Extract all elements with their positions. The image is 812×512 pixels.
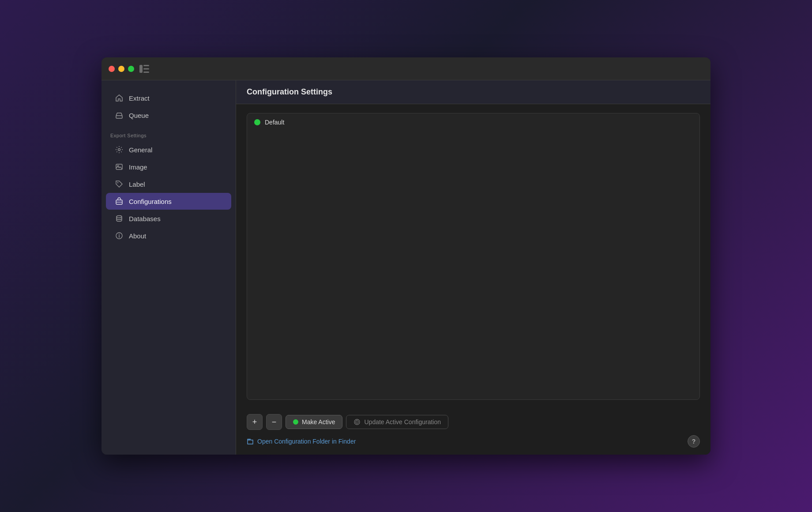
footer-buttons: + − Make Active [247,414,700,430]
export-settings-section-label: Export Settings [102,129,236,141]
content-area: Configuration Settings Default + [236,80,710,455]
sidebar-item-image[interactable]: Image [106,158,231,175]
sidebar-item-extract-label: Extract [129,94,150,102]
sidebar-item-label[interactable]: Label [106,176,231,192]
sidebar-item-databases-label: Databases [129,215,161,222]
sidebar-item-about-label: About [129,232,146,240]
question-mark-icon: ? [692,438,696,445]
maximize-button[interactable] [128,66,134,72]
minimize-button[interactable] [118,66,124,72]
sidebar-item-about[interactable]: About [106,227,231,244]
svg-point-15 [354,419,360,425]
refresh-icon [353,418,361,425]
sidebar-item-general-label: General [129,146,152,154]
app-window: Extract Queue Export Settings [102,57,710,455]
sidebar-item-queue-label: Queue [129,112,149,119]
sidebar-item-configurations-label: Configurations [129,198,172,205]
house-icon [115,94,124,102]
sidebar-item-configurations[interactable]: Configurations [106,193,231,210]
gear-icon [115,145,124,154]
info-icon [115,231,124,240]
add-config-button[interactable]: + [247,414,263,430]
close-button[interactable] [109,66,115,72]
page-title: Configuration Settings [247,87,700,97]
open-config-folder-link[interactable]: Open Configuration Folder in Finder [247,438,356,445]
svg-point-11 [117,216,122,218]
folder-icon [247,438,254,445]
svg-rect-1 [143,65,149,66]
tag-icon [115,180,124,188]
update-active-config-label: Update Active Configuration [364,418,441,425]
footer-bottom: Open Configuration Folder in Finder ? [247,435,700,448]
sidebar-item-queue[interactable]: Queue [106,107,231,124]
sidebar-toggle-button[interactable] [139,65,149,73]
sidebar-item-databases[interactable]: Databases [106,210,231,227]
make-active-button[interactable]: Make Active [286,415,342,429]
svg-rect-2 [143,68,149,69]
svg-point-8 [117,182,118,183]
status-active-dot [254,119,260,125]
minus-icon: − [272,418,277,427]
svg-rect-3 [143,72,149,73]
config-item-default[interactable]: Default [247,113,699,131]
titlebar [102,57,710,80]
open-folder-label: Open Configuration Folder in Finder [257,438,356,445]
sidebar-item-image-label: Image [129,163,147,171]
svg-point-5 [118,149,120,151]
plus-icon: + [252,418,257,427]
content-footer: + − Make Active [236,409,710,455]
image-icon [115,162,124,171]
database-icon [115,214,124,223]
content-body: Default [236,104,710,409]
make-active-label: Make Active [302,418,335,425]
update-active-config-button[interactable]: Update Active Configuration [346,415,448,429]
svg-point-14 [119,234,120,235]
remove-config-button[interactable]: − [266,414,282,430]
briefcase-icon [115,197,124,206]
help-button[interactable]: ? [688,435,700,448]
svg-rect-4 [116,116,122,118]
content-header: Configuration Settings [236,80,710,104]
config-list: Default [247,113,700,400]
config-item-name: Default [265,119,284,126]
main-layout: Extract Queue Export Settings [102,80,710,455]
sidebar-item-general[interactable]: General [106,141,231,158]
sidebar: Extract Queue Export Settings [102,80,236,455]
sidebar-item-extract[interactable]: Extract [106,90,231,106]
tray-icon [115,111,124,120]
svg-rect-0 [139,65,143,73]
traffic-lights [109,66,134,72]
config-list-empty-space [247,131,699,399]
sidebar-item-label-label: Label [129,181,145,188]
active-status-dot [293,419,298,425]
